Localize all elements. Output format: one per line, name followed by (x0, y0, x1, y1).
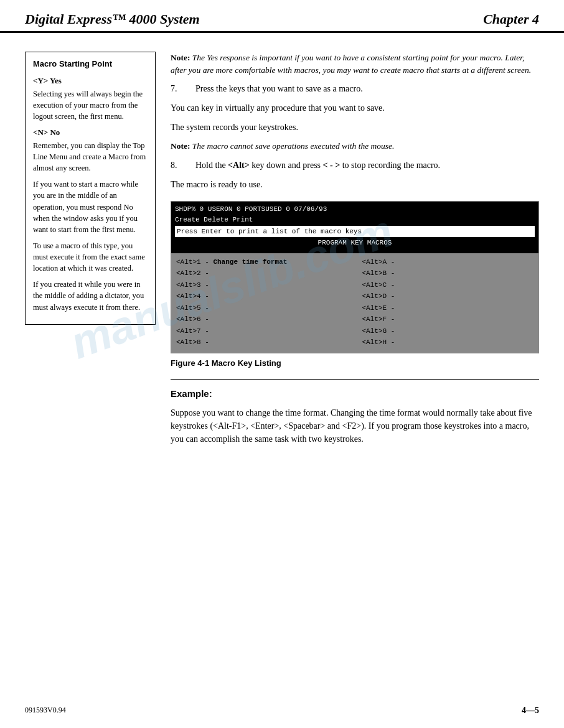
section-divider (171, 379, 539, 380)
step8-num: 8. (171, 159, 186, 172)
terminal-header: SHDP% 0 USERON 0 PORTSUSED 0 07/06/93 (175, 204, 327, 215)
terminal-col-left: <Alt>2 - (176, 268, 348, 279)
header-title-right: Chapter 4 (483, 11, 539, 27)
terminal-container: SHDP% 0 USERON 0 PORTSUSED 0 07/06/93 Cr… (171, 201, 539, 353)
example-head: Example: (171, 387, 539, 401)
page-header: Digital Express™ 4000 System Chapter 4 (0, 0, 564, 33)
terminal-col-right: <Alt>H - (362, 337, 533, 348)
terminal-row: <Alt>5 -<Alt>E - (176, 303, 533, 314)
note2: Note: The macro cannot save operations e… (171, 140, 539, 152)
example-body: Suppose you want to change the time form… (171, 406, 539, 446)
footer-right: 4—5 (522, 706, 539, 716)
sidebar-y-yes-title: <Y> Yes (33, 75, 148, 87)
sidebar-n-no-title: <N> No (33, 127, 148, 139)
main-content: Macro Starting Point <Y> Yes Selecting y… (0, 33, 564, 464)
step7-line: 7. Press the keys that you want to save … (171, 82, 539, 95)
terminal-row: <Alt>8 -<Alt>H - (176, 337, 533, 348)
terminal-highlight: Press Enter to print a list of the macro… (175, 226, 535, 238)
step8-text: Hold the <Alt> key down and press < - > … (195, 159, 440, 172)
step7-num: 7. (171, 82, 186, 95)
terminal-col-right: <Alt>F - (362, 314, 533, 325)
terminal-col-right: <Alt>B - (362, 268, 533, 279)
terminal-col-left: <Alt>1 - Change time format (176, 257, 348, 268)
terminal-col-right: <Alt>D - (362, 291, 533, 302)
right-para2: The system records your keystrokes. (171, 121, 539, 134)
terminal-row: <Alt>2 -<Alt>B - (176, 268, 533, 279)
sidebar-box: Macro Starting Point <Y> Yes Selecting y… (25, 52, 156, 325)
terminal-col-left: <Alt>8 - (176, 337, 348, 348)
sidebar-para1: If you want to start a macro while you a… (33, 179, 148, 235)
terminal-menu-row: Create Delete Print (175, 215, 535, 225)
note1: Note: The Yes response is important if y… (171, 52, 539, 76)
terminal-col-right: <Alt>C - (362, 280, 533, 291)
terminal-row: <Alt>3 -<Alt>C - (176, 280, 533, 291)
header-title-left: Digital Express™ 4000 System (25, 11, 200, 27)
terminal-inner: SHDP% 0 USERON 0 PORTSUSED 0 07/06/93 Cr… (171, 202, 538, 253)
terminal-body: <Alt>1 - Change time format<Alt>A -<Alt>… (171, 253, 538, 353)
terminal-title: PROGRAM KEY MACROS (175, 238, 535, 248)
terminal-col-left: <Alt>7 - (176, 326, 348, 337)
step7-text: Press the keys that you want to save as … (195, 82, 363, 95)
right-para1: You can key in virtually any procedure t… (171, 101, 539, 114)
terminal-col-right: <Alt>G - (362, 326, 533, 337)
terminal-row: <Alt>4 -<Alt>D - (176, 291, 533, 302)
terminal-col-right: <Alt>A - (362, 257, 533, 268)
sidebar-para2: To use a macro of this type, you must ex… (33, 240, 148, 274)
sidebar-y-yes-body: Selecting yes will always begin the exec… (33, 88, 148, 122)
right-para3: The macro is ready to use. (171, 178, 539, 191)
right-content: Note: The Yes response is important if y… (171, 52, 539, 452)
page-footer: 091593V0.94 4—5 (0, 706, 564, 716)
terminal-col-left: <Alt>3 - (176, 280, 348, 291)
footer-left: 091593V0.94 (25, 706, 66, 716)
sidebar-para3: If you created it while you were in the … (33, 279, 148, 312)
terminal-col-left: <Alt>4 - (176, 291, 348, 302)
terminal-col-right: <Alt>E - (362, 303, 533, 314)
terminal-col-left: <Alt>5 - (176, 303, 348, 314)
figure-caption: Figure 4-1 Macro Key Listing (171, 357, 539, 370)
terminal-row: <Alt>1 - Change time format<Alt>A - (176, 257, 533, 268)
terminal-col-left: <Alt>6 - (176, 314, 348, 325)
terminal-row: <Alt>6 -<Alt>F - (176, 314, 533, 325)
terminal-header-row: SHDP% 0 USERON 0 PORTSUSED 0 07/06/93 (175, 204, 535, 215)
sidebar-title: Macro Starting Point (33, 58, 148, 70)
sidebar-n-no-body: Remember, you can display the Top Line M… (33, 140, 148, 174)
step8-line: 8. Hold the <Alt> key down and press < -… (171, 159, 539, 172)
terminal-row: <Alt>7 -<Alt>G - (176, 326, 533, 337)
